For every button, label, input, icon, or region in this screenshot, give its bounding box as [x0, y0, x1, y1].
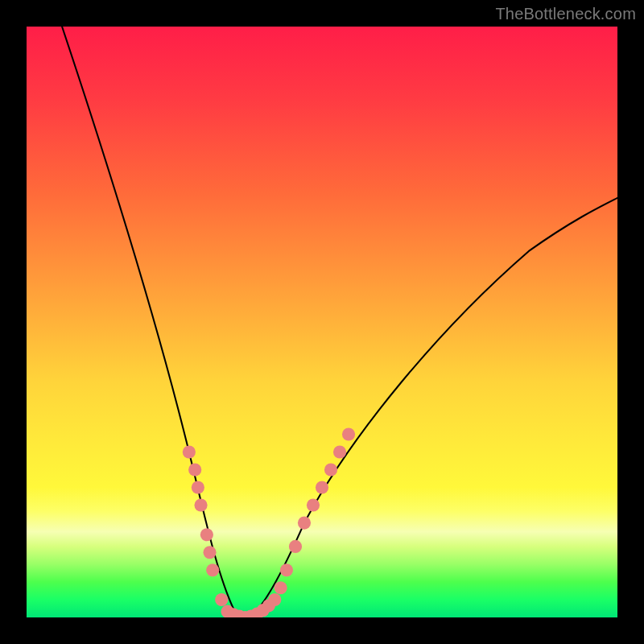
- svg-point-2: [192, 481, 204, 493]
- watermark-text: TheBottleneck.com: [495, 5, 636, 23]
- chart-frame: TheBottleneck.com: [0, 0, 644, 644]
- highlight-dots: [183, 427, 355, 617]
- svg-point-4: [200, 528, 213, 541]
- svg-point-22: [316, 481, 328, 493]
- svg-point-0: [183, 445, 196, 458]
- bottleneck-curve: [62, 27, 617, 616]
- svg-point-3: [194, 498, 207, 511]
- svg-point-6: [206, 564, 219, 576]
- svg-point-17: [275, 581, 287, 594]
- svg-point-7: [215, 593, 228, 606]
- plot-area: [27, 27, 617, 617]
- svg-point-21: [307, 498, 320, 511]
- svg-point-20: [298, 516, 311, 529]
- svg-point-18: [280, 564, 293, 576]
- svg-point-16: [268, 593, 281, 606]
- curve-layer: [27, 27, 617, 617]
- svg-point-23: [324, 463, 337, 476]
- svg-point-25: [342, 427, 355, 440]
- svg-point-24: [333, 445, 346, 458]
- svg-point-19: [289, 540, 302, 553]
- svg-point-5: [203, 546, 216, 559]
- svg-point-1: [188, 463, 201, 476]
